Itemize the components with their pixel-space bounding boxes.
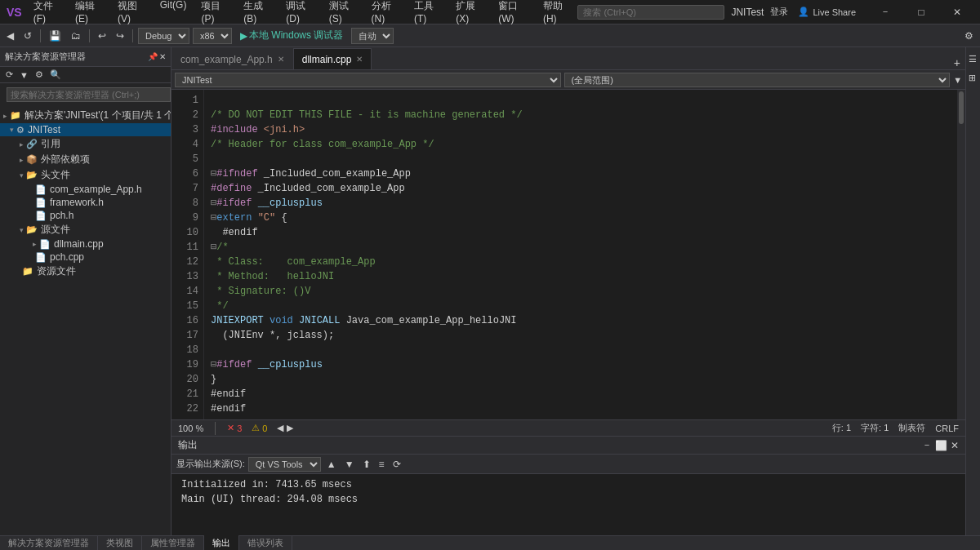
tree-item-jnitest[interactable]: ▾ ⚙ JNITest [0, 123, 171, 136]
run-type-dropdown[interactable]: 自动 [351, 28, 394, 44]
global-search-input[interactable] [577, 5, 724, 20]
menu-tools[interactable]: 工具(T) [408, 0, 448, 26]
editor-scrollbar[interactable] [957, 90, 965, 419]
tree-item-external-deps[interactable]: ▸ 📦 外部依赖项 [0, 152, 171, 167]
editor-area: com_example_App.h ✕ dllmain.cpp ✕ + JNIT… [172, 47, 965, 436]
line-num-15: 15 [176, 299, 198, 313]
solution-label: 解决方案'JNITest'(1 个项目/共 1 个) [24, 109, 171, 122]
tree-item-dllmain[interactable]: ▸ 📄 dllmain.cpp [0, 237, 171, 251]
solution-icon: 📁 [10, 110, 21, 121]
output-down-btn[interactable]: ▼ [342, 459, 357, 470]
menu-project[interactable]: 项目(P) [194, 0, 235, 26]
bottom-tab-solution-explorer[interactable]: 解决方案资源管理器 [0, 535, 98, 550]
line-num-8: 8 [176, 196, 198, 211]
nav-scope-right[interactable]: (全局范围) [564, 73, 951, 87]
minimize-button[interactable]: － [869, 4, 902, 20]
panel-close-button[interactable]: ✕ [159, 52, 166, 61]
tree-item-framework-h[interactable]: 📄 framework.h [0, 196, 171, 209]
toolbar-save-all-btn[interactable]: 🗂 [68, 29, 84, 43]
menu-debug[interactable]: 调试(D) [279, 0, 320, 26]
output-up-btn[interactable]: ▲ [324, 459, 339, 470]
error-icon: ✕ [227, 423, 234, 433]
menu-file[interactable]: 文件(F) [27, 0, 67, 26]
src-label: 源文件 [41, 223, 70, 237]
solution-root[interactable]: ▸ 📁 解决方案'JNITest'(1 个项目/共 1 个) [0, 108, 171, 123]
menu-window[interactable]: 窗口(W) [492, 0, 535, 26]
live-share-btn[interactable]: 👤 Live Share [798, 7, 856, 17]
solution-tree: ▸ 📁 解决方案'JNITest'(1 个项目/共 1 个) ▾ ⚙ JNITe… [0, 106, 171, 535]
menu-help[interactable]: 帮助(H) [537, 0, 577, 26]
prev-error-btn[interactable]: ◀ [277, 423, 283, 433]
output-float-btn[interactable]: ⬜ [935, 440, 947, 451]
tab-dllmain-close[interactable]: ✕ [356, 55, 363, 64]
tree-item-com-app-h[interactable]: 📄 com_example_App.h [0, 183, 171, 196]
menu-analyze[interactable]: 分析(N) [365, 0, 406, 26]
output-source-select[interactable]: Qt VS Tools [248, 457, 321, 472]
toolbar-save-btn[interactable]: 💾 [46, 29, 65, 43]
tree-item-resources[interactable]: 📁 资源文件 [0, 264, 171, 279]
toolbar-undo-btn[interactable]: ↩ [95, 29, 109, 43]
toolbar-refresh-btn[interactable]: ↺ [20, 29, 35, 43]
bottom-tab-class-view[interactable]: 类视图 [98, 535, 142, 550]
tree-item-pch-h[interactable]: 📄 pch.h [0, 209, 171, 222]
pin-button[interactable]: 📌 [148, 52, 158, 61]
toolbar-back-btn[interactable]: ◀ [3, 29, 17, 43]
tree-item-references[interactable]: ▸ 🔗 引用 [0, 136, 171, 152]
error-count[interactable]: ✕ 3 [227, 423, 242, 433]
tree-item-source-files[interactable]: ▾ 📂 源文件 [0, 222, 171, 237]
explorer-search-container [0, 83, 171, 106]
output-format-btn[interactable]: ≡ [376, 459, 387, 470]
right-sidebar-btn-1[interactable]: ☰ [966, 51, 980, 68]
menu-git[interactable]: Git(G) [154, 0, 194, 26]
solution-explorer-title: 解决方案资源管理器 [5, 51, 86, 63]
refs-label: 引用 [41, 137, 60, 151]
tab-com-app-h[interactable]: com_example_App.h ✕ [172, 48, 293, 69]
nav-scope-left[interactable]: JNITest [175, 73, 561, 87]
nav-extra-btn[interactable]: ▼ [953, 75, 962, 85]
run-button[interactable]: ▶ 本地 Windows 调试器 [235, 27, 348, 44]
explorer-search-input[interactable] [7, 87, 171, 102]
output-close-btn[interactable]: ✕ [951, 440, 959, 451]
bottom-tab-error-list[interactable]: 错误列表 [239, 535, 292, 550]
output-panel-header: 输出 － ⬜ ✕ [172, 437, 965, 455]
explorer-filter-btn[interactable]: ▼ [17, 69, 31, 81]
tabs-add-btn[interactable]: + [949, 56, 965, 69]
menu-test[interactable]: 测试(S) [323, 0, 363, 26]
bottom-tab-output[interactable]: 输出 [204, 535, 239, 550]
framework-h-label: framework.h [50, 197, 104, 208]
warning-count[interactable]: ⚠ 0 [252, 423, 267, 433]
project-icon: ⚙ [16, 125, 24, 135]
menu-build[interactable]: 生成(B) [237, 0, 278, 26]
explorer-sync-btn[interactable]: ⟳ [3, 69, 16, 81]
com-app-h-label: com_example_App.h [50, 184, 142, 195]
platform-dropdown[interactable]: x86 [193, 28, 232, 44]
tree-item-pch-cpp[interactable]: 📄 pch.cpp [0, 251, 171, 264]
toolbar-extra-btn[interactable]: ⚙ [961, 29, 977, 43]
close-button[interactable]: ✕ [941, 4, 973, 20]
menu-view[interactable]: 视图(V) [111, 0, 152, 26]
maximize-button[interactable]: □ [905, 4, 938, 20]
code-content-area[interactable]: /* DO NOT EDIT THIS FILE - it is machine… [204, 90, 957, 419]
debug-mode-dropdown[interactable]: Debug [138, 28, 189, 44]
line-numbers: 1 2 3 4 5 6 7 8 9 10 11 12 13 14 15 16 1 [172, 90, 204, 419]
tree-item-headers[interactable]: ▾ 📂 头文件 [0, 167, 171, 183]
editor-output-container: com_example_App.h ✕ dllmain.cpp ✕ + JNIT… [172, 47, 965, 535]
src-icon: 📂 [26, 224, 38, 235]
output-top-btn[interactable]: ⬆ [360, 459, 373, 470]
explorer-settings-btn[interactable]: ⚙ [33, 69, 46, 81]
next-error-btn[interactable]: ▶ [287, 423, 293, 433]
login-area[interactable]: 登录 [770, 6, 788, 18]
tab-dllmain[interactable]: dllmain.cpp ✕ [293, 48, 372, 69]
editor-nav-bar: JNITest (全局范围) ▼ [172, 70, 965, 90]
editor-scrollbar-thumb[interactable] [959, 91, 964, 124]
menu-edit[interactable]: 编辑(E) [69, 0, 109, 26]
toolbar-redo-btn[interactable]: ↪ [113, 29, 127, 43]
right-sidebar-btn-2[interactable]: ⊞ [966, 71, 980, 85]
explorer-search-btn[interactable]: 🔍 [47, 69, 64, 81]
output-refresh-btn[interactable]: ⟳ [390, 459, 403, 470]
tab-com-app-h-close[interactable]: ✕ [278, 55, 284, 64]
bottom-tab-property-manager[interactable]: 属性管理器 [142, 535, 204, 550]
output-hide-btn[interactable]: － [922, 438, 932, 452]
menu-extensions[interactable]: 扩展(X) [449, 0, 490, 26]
editor-status-bar: 100 % ✕ 3 ⚠ 0 ◀ ▶ 行: 1 字符: 1 制表符 CRL [172, 419, 965, 436]
